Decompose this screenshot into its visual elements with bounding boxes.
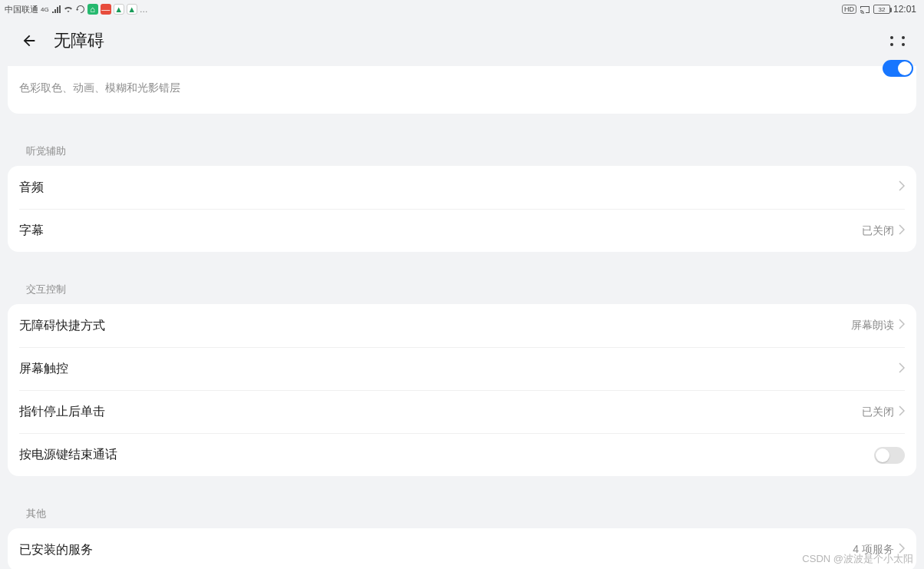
chevron-right-icon bbox=[899, 319, 905, 332]
row-label: 已安装的服务 bbox=[19, 542, 853, 558]
section-hearing-header: 听觉辅助 bbox=[8, 123, 916, 166]
watermark: CSDN @波波是个小太阳 bbox=[802, 552, 913, 566]
row-label: 指针停止后单击 bbox=[19, 404, 862, 420]
row-value: 已关闭 bbox=[862, 224, 894, 238]
status-bar: 中国联通 4G ⌂ — ▲ ▲ … HD 32 12:01 bbox=[0, 0, 924, 18]
row-color-animation[interactable]: 色彩取色、动画、模糊和光影错层 bbox=[8, 68, 916, 111]
toggle-power-end-call[interactable] bbox=[874, 447, 905, 464]
battery-icon: 32 bbox=[873, 5, 890, 14]
row-label: 音频 bbox=[19, 180, 899, 196]
row-audio[interactable]: 音频 bbox=[8, 166, 916, 209]
status-right: HD 32 12:01 bbox=[842, 4, 916, 15]
row-label: 字幕 bbox=[19, 223, 862, 239]
app-badge-1: ⌂ bbox=[87, 4, 98, 15]
app-badge-3: ▲ bbox=[114, 4, 124, 15]
interaction-card: 无障碍快捷方式 屏幕朗读 屏幕触控 指针停止后单击 已关闭 按电源键结束通话 bbox=[8, 304, 916, 476]
row-label: 色彩取色、动画、模糊和光影错层 bbox=[19, 81, 905, 95]
page-header: 无障碍 bbox=[0, 18, 924, 66]
app-badge-4: ▲ bbox=[127, 4, 137, 15]
sync-icon bbox=[76, 5, 85, 14]
row-installed-services[interactable]: 已安装的服务 4 项服务 bbox=[8, 528, 916, 569]
app-badge-2: — bbox=[101, 4, 111, 15]
signal-icon bbox=[51, 5, 61, 13]
row-power-end-call[interactable]: 按电源键结束通话 bbox=[19, 433, 905, 476]
toggle-color-animation[interactable] bbox=[883, 60, 913, 77]
row-screen-touch[interactable]: 屏幕触控 bbox=[19, 347, 905, 390]
wifi-icon bbox=[63, 5, 74, 13]
row-dwell-click[interactable]: 指针停止后单击 已关闭 bbox=[19, 390, 905, 433]
network-4g-icon: 4G bbox=[41, 6, 49, 13]
back-button[interactable] bbox=[18, 30, 40, 51]
chevron-right-icon bbox=[899, 180, 905, 194]
row-label: 无障碍快捷方式 bbox=[19, 318, 851, 334]
more-button[interactable] bbox=[890, 36, 909, 46]
other-card: 已安装的服务 4 项服务 bbox=[8, 528, 916, 569]
row-value: 已关闭 bbox=[862, 405, 894, 419]
page-title: 无障碍 bbox=[54, 29, 890, 52]
row-subtitle[interactable]: 字幕 已关闭 bbox=[19, 209, 905, 252]
row-label: 按电源键结束通话 bbox=[19, 447, 874, 463]
status-more-icon: … bbox=[140, 5, 148, 14]
chevron-right-icon bbox=[899, 362, 905, 376]
clock-label: 12:01 bbox=[893, 4, 916, 15]
status-left: 中国联通 4G ⌂ — ▲ ▲ … bbox=[5, 4, 148, 15]
row-accessibility-shortcut[interactable]: 无障碍快捷方式 屏幕朗读 bbox=[8, 304, 916, 347]
cast-icon bbox=[860, 5, 870, 14]
row-label: 屏幕触控 bbox=[19, 361, 899, 377]
hearing-card: 音频 字幕 已关闭 bbox=[8, 166, 916, 252]
chevron-right-icon bbox=[899, 405, 905, 419]
chevron-right-icon bbox=[899, 224, 905, 238]
visual-card-partial: 色彩取色、动画、模糊和光影错层 bbox=[8, 66, 916, 114]
section-other-header: 其他 bbox=[8, 485, 916, 528]
hd-icon: HD bbox=[842, 5, 856, 14]
section-interaction-header: 交互控制 bbox=[8, 261, 916, 304]
row-value: 屏幕朗读 bbox=[851, 319, 894, 332]
carrier-label: 中国联通 bbox=[5, 4, 38, 15]
